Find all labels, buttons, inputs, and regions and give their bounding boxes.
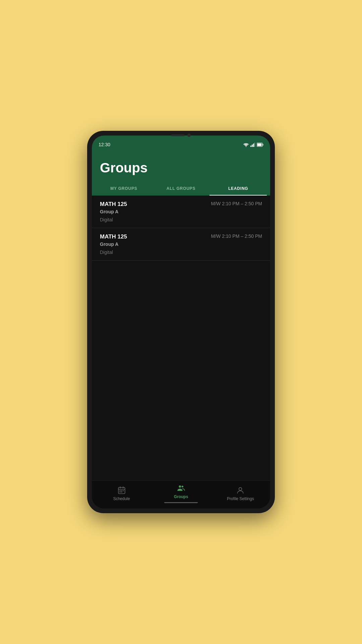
svg-rect-7 bbox=[257, 143, 262, 146]
group-type: Digital bbox=[100, 250, 262, 255]
nav-profile-settings[interactable]: Profile Settings bbox=[211, 486, 270, 501]
nav-groups-label: Groups bbox=[174, 494, 188, 499]
status-icons bbox=[243, 143, 263, 147]
svg-rect-2 bbox=[252, 145, 253, 147]
groups-list: MATH 125 M/W 2:10 PM – 2:50 PM Group A D… bbox=[92, 196, 270, 480]
phone-camera-area bbox=[171, 133, 191, 137]
group-item[interactable]: MATH 125 M/W 2:10 PM – 2:50 PM Group A D… bbox=[92, 196, 270, 228]
page-title: Groups bbox=[100, 157, 262, 182]
status-bar: 12:30 bbox=[92, 136, 270, 150]
tab-leading[interactable]: LEADING bbox=[209, 182, 267, 196]
group-item-header: MATH 125 M/W 2:10 PM – 2:50 PM bbox=[100, 233, 262, 240]
signal-icon bbox=[250, 143, 255, 147]
schedule-icon bbox=[117, 486, 126, 495]
nav-schedule-label: Schedule bbox=[113, 496, 130, 501]
svg-point-17 bbox=[179, 485, 181, 488]
group-name: MATH 125 bbox=[100, 233, 127, 240]
phone-screen: 12:30 bbox=[92, 136, 270, 508]
group-item[interactable]: MATH 125 M/W 2:10 PM – 2:50 PM Group A D… bbox=[92, 228, 270, 261]
svg-rect-13 bbox=[121, 490, 122, 491]
svg-point-18 bbox=[182, 486, 183, 487]
wifi-icon bbox=[243, 143, 249, 147]
svg-rect-12 bbox=[119, 490, 120, 491]
svg-rect-14 bbox=[123, 490, 124, 491]
group-type: Digital bbox=[100, 217, 262, 222]
nav-groups[interactable]: Groups bbox=[151, 484, 210, 503]
bottom-nav: Schedule Groups Profile Setti bbox=[92, 480, 270, 508]
groups-icon bbox=[177, 484, 185, 493]
svg-rect-15 bbox=[119, 492, 120, 492]
app-header: Groups bbox=[92, 150, 270, 182]
svg-rect-16 bbox=[121, 492, 122, 492]
phone-frame: 12:30 bbox=[87, 131, 275, 513]
group-name: MATH 125 bbox=[100, 201, 127, 208]
battery-icon bbox=[257, 143, 263, 147]
active-indicator bbox=[164, 502, 198, 503]
svg-rect-6 bbox=[263, 144, 263, 146]
svg-rect-3 bbox=[253, 144, 254, 147]
svg-rect-1 bbox=[250, 146, 251, 147]
profile-icon bbox=[236, 486, 245, 495]
nav-profile-label: Profile Settings bbox=[227, 496, 254, 501]
tabs-bar: MY GROUPS ALL GROUPS LEADING bbox=[92, 182, 270, 196]
speaker-slot bbox=[171, 135, 185, 136]
group-subname: Group A bbox=[100, 241, 262, 247]
group-item-header: MATH 125 M/W 2:10 PM – 2:50 PM bbox=[100, 201, 262, 208]
camera-dot bbox=[187, 133, 191, 137]
group-time: M/W 2:10 PM – 2:50 PM bbox=[211, 201, 262, 206]
group-time: M/W 2:10 PM – 2:50 PM bbox=[211, 233, 262, 239]
svg-point-19 bbox=[239, 487, 242, 490]
tab-all-groups[interactable]: ALL GROUPS bbox=[153, 182, 210, 196]
nav-schedule[interactable]: Schedule bbox=[92, 486, 151, 501]
group-subname: Group A bbox=[100, 209, 262, 214]
status-time: 12:30 bbox=[99, 142, 110, 147]
tab-my-groups[interactable]: MY GROUPS bbox=[95, 182, 153, 196]
svg-rect-4 bbox=[254, 143, 255, 147]
svg-point-0 bbox=[246, 146, 247, 147]
